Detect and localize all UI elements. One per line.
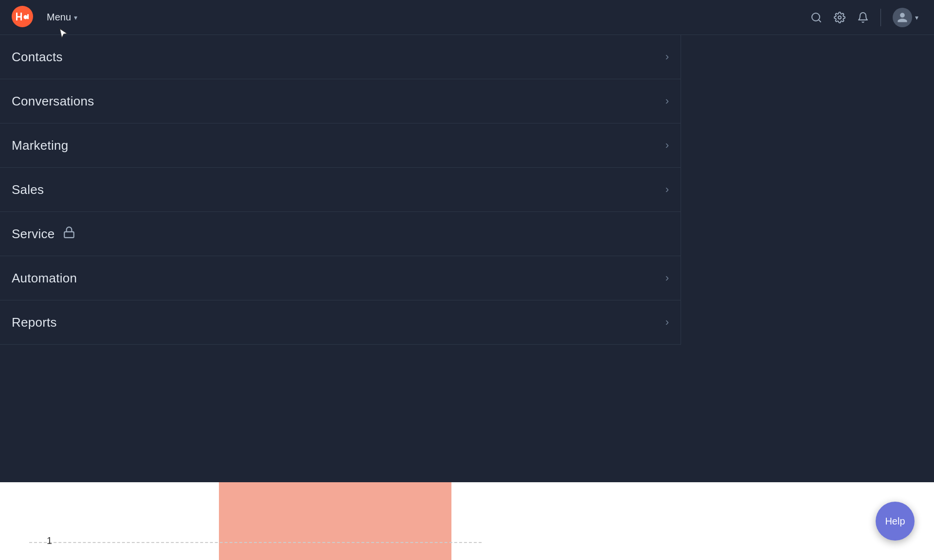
menu-overlay: Contacts › Conversations › Marketing › S… bbox=[0, 35, 681, 345]
svg-rect-4 bbox=[64, 232, 74, 238]
menu-item-contacts-right: › bbox=[665, 51, 669, 63]
svg-point-0 bbox=[12, 6, 33, 27]
help-label: Help bbox=[885, 516, 905, 527]
menu-item-automation-label: Automation bbox=[12, 271, 77, 286]
chart-y-axis bbox=[0, 482, 29, 560]
menu-chevron-icon: ▾ bbox=[74, 14, 77, 21]
chevron-right-icon-5: › bbox=[665, 272, 669, 284]
menu-item-marketing-right: › bbox=[665, 139, 669, 152]
search-icon bbox=[810, 12, 822, 23]
menu-item-marketing[interactable]: Marketing › bbox=[0, 123, 681, 168]
menu-item-sales[interactable]: Sales › bbox=[0, 168, 681, 212]
search-button[interactable] bbox=[807, 8, 826, 27]
service-label-group: Service bbox=[12, 226, 75, 242]
lock-icon bbox=[63, 226, 75, 242]
menu-item-conversations-label: Conversations bbox=[12, 94, 94, 109]
avatar bbox=[893, 8, 912, 27]
chart-number-label: 1 bbox=[47, 535, 52, 546]
menu-item-automation[interactable]: Automation › bbox=[0, 256, 681, 300]
chart-column-white-right bbox=[451, 482, 934, 560]
menu-item-reports-label: Reports bbox=[12, 315, 57, 330]
menu-button[interactable]: Menu ▾ bbox=[41, 8, 83, 27]
svg-point-3 bbox=[838, 16, 841, 19]
menu-item-conversations[interactable]: Conversations › bbox=[0, 79, 681, 123]
topbar-right: ▾ bbox=[807, 6, 922, 29]
menu-item-automation-right: › bbox=[665, 272, 669, 284]
svg-line-2 bbox=[819, 19, 821, 21]
topbar-divider bbox=[880, 9, 881, 26]
notifications-button[interactable] bbox=[853, 8, 873, 27]
chevron-right-icon: › bbox=[665, 51, 669, 63]
chevron-right-icon-6: › bbox=[665, 316, 669, 329]
avatar-chevron-icon: ▾ bbox=[915, 14, 918, 21]
menu-item-marketing-label: Marketing bbox=[12, 138, 69, 153]
chevron-right-icon-2: › bbox=[665, 95, 669, 107]
help-button[interactable]: Help bbox=[876, 502, 915, 541]
gear-icon bbox=[834, 12, 845, 23]
menu-item-contacts-label: Contacts bbox=[12, 50, 63, 65]
hubspot-logo[interactable] bbox=[12, 6, 33, 29]
chart-dashed-line bbox=[29, 542, 482, 543]
menu-item-service[interactable]: Service bbox=[0, 212, 681, 256]
chart-column-white-left bbox=[29, 482, 219, 560]
topbar-left: Menu ▾ bbox=[12, 6, 83, 29]
menu-item-sales-label: Sales bbox=[12, 182, 44, 197]
menu-item-reports-right: › bbox=[665, 316, 669, 329]
topbar: Menu ▾ bbox=[0, 0, 934, 35]
chevron-right-icon-3: › bbox=[665, 139, 669, 152]
menu-item-contacts[interactable]: Contacts › bbox=[0, 35, 681, 79]
bell-icon bbox=[857, 12, 869, 23]
menu-item-conversations-right: › bbox=[665, 95, 669, 107]
settings-button[interactable] bbox=[830, 8, 849, 27]
chart-column-salmon bbox=[219, 482, 451, 560]
menu-item-reports[interactable]: Reports › bbox=[0, 300, 681, 345]
chevron-right-icon-4: › bbox=[665, 183, 669, 196]
chart-area bbox=[0, 482, 934, 560]
avatar-button[interactable]: ▾ bbox=[889, 6, 922, 29]
menu-item-service-label: Service bbox=[12, 227, 55, 242]
menu-item-sales-right: › bbox=[665, 183, 669, 196]
menu-label: Menu bbox=[47, 12, 71, 23]
